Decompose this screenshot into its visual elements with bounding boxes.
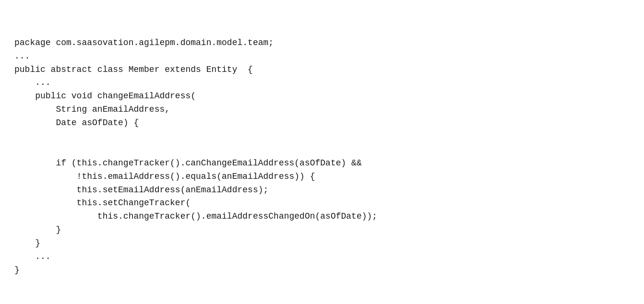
code-line: this.setChangeTracker( — [14, 197, 630, 210]
code-container: package com.saasovation.agilepm.domain.m… — [0, 0, 644, 304]
code-line: ... — [14, 250, 630, 264]
code-line: if (this.changeTracker().canChangeEmailA… — [14, 157, 630, 170]
code-line: this.changeTracker().emailAddressChanged… — [14, 210, 630, 223]
code-line — [14, 143, 630, 157]
code-line — [14, 130, 630, 143]
code-line: public void changeEmailAddress( — [14, 90, 630, 103]
code-line: ... — [14, 76, 630, 90]
code-line: } — [14, 264, 630, 277]
code-line: public abstract class Member extends Ent… — [14, 63, 630, 77]
code-line: String anEmailAddress, — [14, 103, 630, 117]
code-block: package com.saasovation.agilepm.domain.m… — [14, 10, 630, 277]
code-line: !this.emailAddress().equals(anEmailAddre… — [14, 170, 630, 184]
code-line: this.setEmailAddress(anEmailAddress); — [14, 184, 630, 197]
code-line: } — [14, 223, 630, 237]
code-line: package com.saasovation.agilepm.domain.m… — [14, 36, 630, 50]
code-line: Date asOfDate) { — [14, 117, 630, 130]
code-line: } — [14, 237, 630, 250]
code-line: ... — [14, 50, 630, 63]
